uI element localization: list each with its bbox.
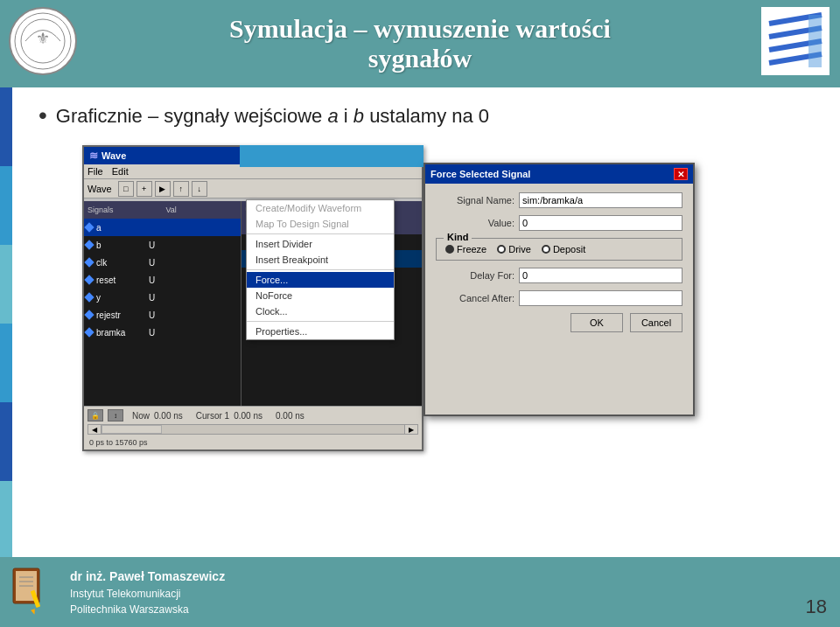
force-dialog: Force Selected Signal ✕ Signal Name: Val… <box>424 163 695 416</box>
now-label: Now <box>132 411 150 421</box>
delay-for-label: Delay For: <box>436 270 514 281</box>
signal-value-b: U <box>149 240 155 250</box>
signal-value-reset: U <box>149 275 155 285</box>
signal-value-y: U <box>149 293 155 303</box>
menu-item-insert-breakpoint[interactable]: Insert Breakpoint <box>247 252 394 268</box>
menu-item-force[interactable]: Force... <box>247 272 394 288</box>
delay-for-input[interactable] <box>519 268 682 283</box>
signal-row-rejestr[interactable]: rejestr U <box>84 306 241 324</box>
cancel-after-row: Cancel After: <box>436 290 682 306</box>
wave-icon: ≋ <box>89 150 98 162</box>
footer-name: dr inż. Paweł Tomaszewicz <box>70 568 225 586</box>
header-title: Symulacja – wymuszenie wartości sygnałów <box>229 14 611 73</box>
signal-name-row: Signal Name: <box>436 192 682 208</box>
wave-window-title: Wave <box>102 150 126 161</box>
context-menu[interactable]: Create/Modify Waveform Map To Design Sig… <box>246 199 395 340</box>
wave-statusbar: 🔒 ↕ Now 0.00 ns Cursor 1 0.00 ns 0.00 ns… <box>84 406 422 449</box>
footer-line3: Politechnika Warszawska <box>70 602 225 617</box>
header: ⚜ Symulacja – wymuszenie wartości sygnał… <box>0 0 840 87</box>
radio-deposit[interactable]: Deposit <box>542 244 585 254</box>
now-value: 0.00 ns <box>154 411 183 421</box>
wave-toolbar: Wave □ + ▶ ↑ ↓ <box>84 179 422 199</box>
radio-drive[interactable]: Drive <box>497 244 531 254</box>
value-input[interactable] <box>519 215 682 231</box>
svg-marker-8 <box>808 15 822 67</box>
signal-name-reset: reset <box>96 275 149 285</box>
wave-window[interactable]: ≋ Wave _ □ ✕ File Edit Wave □ + ▶ <box>82 145 424 451</box>
delay-for-row: Delay For: <box>436 268 682 283</box>
status-row-now: 🔒 ↕ Now 0.00 ns Cursor 1 0.00 ns 0.00 ns <box>86 408 420 422</box>
signal-diamond-rejestr <box>84 310 94 319</box>
menu-item-properties[interactable]: Properties... <box>247 324 394 339</box>
signal-list-header: Signals Val <box>84 201 241 219</box>
radio-freeze-indicator <box>445 245 454 254</box>
menu-edit[interactable]: Edit <box>112 166 129 177</box>
scroll-left-btn[interactable]: ◀ <box>88 424 102 435</box>
signal-name-y: y <box>96 293 149 303</box>
signal-row-b[interactable]: b U <box>84 236 241 254</box>
signal-row-y[interactable]: y U <box>84 289 241 306</box>
scroll-right-btn[interactable]: ▶ <box>404 424 418 435</box>
toolbar-btn-5[interactable]: ↓ <box>192 181 207 197</box>
menu-file[interactable]: File <box>88 166 103 177</box>
radio-freeze-label: Freeze <box>457 244 486 254</box>
signal-diamond-a <box>84 222 94 232</box>
menu-item-insert-divider[interactable]: Insert Divider <box>247 236 394 252</box>
teal-bar <box>240 145 424 167</box>
toolbar-btn-2[interactable]: + <box>136 181 152 197</box>
menu-separator-1 <box>247 233 394 234</box>
signal-diamond-clk <box>84 257 94 267</box>
italic-b: b <box>354 105 364 127</box>
wave-toolbar-label: Wave <box>88 184 112 194</box>
screenshot-container: ≋ Wave _ □ ✕ File Edit Wave □ + ▶ <box>82 145 695 460</box>
kind-options: Freeze Drive Deposit <box>445 244 673 254</box>
signal-list-container: Signals Val a b U clk U <box>84 201 242 406</box>
signal-name-input[interactable] <box>519 192 682 208</box>
page-number: 18 <box>806 596 827 618</box>
value-label: Value: <box>436 218 514 228</box>
footer-logo <box>9 564 61 621</box>
bullet-point: • Graficznie – sygnały wejściowe a i b u… <box>38 105 814 128</box>
signal-row-bramka[interactable]: bramka U <box>84 324 241 341</box>
toolbar-btn-1[interactable]: □ <box>118 181 134 197</box>
signal-name-clk: clk <box>96 258 149 268</box>
content-area: • Graficznie – sygnały wejściowe a i b u… <box>12 87 840 557</box>
value-row: Value: <box>436 215 682 231</box>
toolbar-btn-4[interactable]: ↑ <box>173 181 189 197</box>
signal-row-clk[interactable]: clk U <box>84 254 241 271</box>
force-content: Signal Name: Value: Kind Freeze <box>425 184 693 341</box>
force-buttons: OK Cancel <box>436 313 682 332</box>
university-logo: ⚜ <box>9 7 79 77</box>
lock-icon: 🔒 <box>88 409 103 421</box>
menu-item-noforce[interactable]: NoForce <box>247 288 394 303</box>
signal-row-reset[interactable]: reset U <box>84 271 241 289</box>
signal-name-rejestr: rejestr <box>96 310 149 320</box>
bullet-text: Graficznie – sygnały wejściowe a i b ust… <box>56 105 489 128</box>
footer-line2: Instytut Telekomunikacji <box>70 586 225 602</box>
force-close-btn[interactable]: ✕ <box>674 168 688 180</box>
ok-button[interactable]: OK <box>570 313 623 332</box>
value-col-header: Val <box>166 206 177 214</box>
signal-row-a[interactable]: a <box>84 219 241 236</box>
kind-legend: Kind <box>444 232 472 242</box>
menu-item-clock[interactable]: Clock... <box>247 303 394 319</box>
cursor-value: 0.00 ns <box>234 411 262 421</box>
cursor-icon-status: ↕ <box>108 409 123 421</box>
cancel-after-input[interactable] <box>519 290 682 306</box>
signal-value-clk: U <box>149 258 155 268</box>
cancel-button[interactable]: Cancel <box>630 313 682 332</box>
radio-deposit-label: Deposit <box>553 244 585 254</box>
signal-name-label: Signal Name: <box>436 195 514 206</box>
scrollbar-thumb[interactable] <box>102 425 162 434</box>
toolbar-btn-3[interactable]: ▶ <box>155 181 171 197</box>
cursor-label: Cursor 1 <box>196 411 229 421</box>
svg-marker-15 <box>31 609 37 615</box>
force-dialog-title: Force Selected Signal <box>430 169 530 179</box>
radio-freeze[interactable]: Freeze <box>445 244 486 254</box>
range-text: 0 ps to 15760 ps <box>89 438 148 447</box>
footer-text: dr inż. Paweł Tomaszewicz Instytut Telek… <box>70 568 225 617</box>
menu-item-create-waveform: Create/Modify Waveform <box>247 200 394 216</box>
scrollbar-track[interactable] <box>102 424 404 435</box>
signal-diamond-bramka <box>84 327 94 337</box>
signal-diamond-b <box>84 240 94 249</box>
